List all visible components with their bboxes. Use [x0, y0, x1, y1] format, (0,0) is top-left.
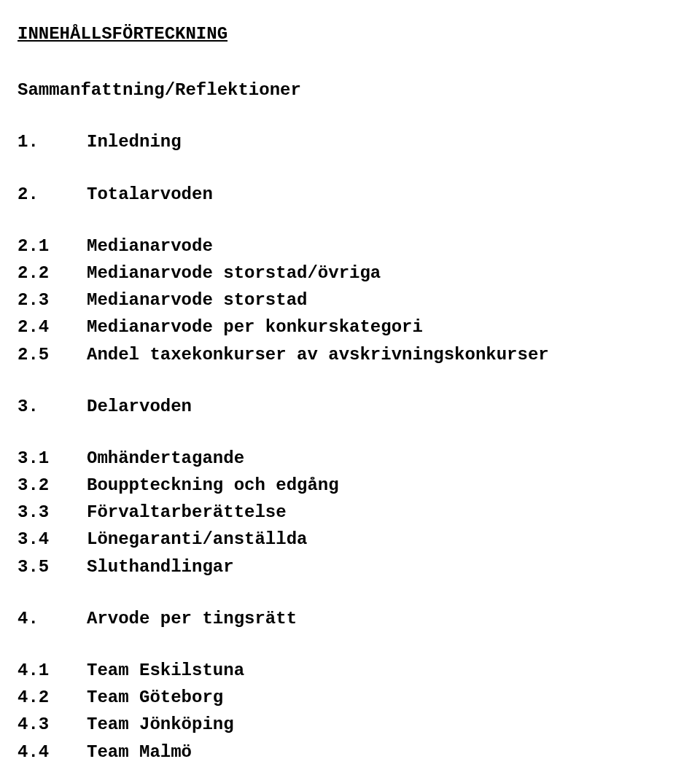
toc-row: 3.3Förvaltarberättelse — [18, 499, 685, 526]
toc-row: 4.4Team Malmö — [18, 739, 685, 766]
toc-number: 1. — [18, 128, 87, 155]
group-gap — [18, 580, 685, 605]
toc-text: Delarvoden — [87, 393, 192, 420]
page: INNEHÅLLSFÖRTECKNING Sammanfattning/Refl… — [0, 0, 700, 767]
table-of-contents: 1.Inledning2.Totalarvoden2.1Medianarvode… — [18, 104, 685, 767]
toc-row: 2.Totalarvoden — [18, 181, 685, 208]
toc-row: 1.Inledning — [18, 128, 685, 155]
toc-text: Omhändertagande — [87, 445, 244, 472]
toc-text: Lönegaranti/anställda — [87, 526, 307, 553]
subtitle: Sammanfattning/Reflektioner — [18, 77, 685, 104]
toc-text: Bouppteckning och edgång — [87, 472, 339, 499]
toc-number: 2.5 — [18, 341, 87, 368]
group-gap — [18, 208, 685, 233]
group-gap — [18, 156, 685, 181]
toc-number: 2.4 — [18, 314, 87, 340]
toc-number: 4.3 — [18, 711, 87, 738]
toc-text: Andel taxekonkurser av avskrivningskonku… — [87, 341, 549, 368]
toc-number: 3.2 — [18, 472, 87, 499]
toc-text: Team Jönköping — [87, 711, 234, 738]
toc-text: Medianarvode — [87, 233, 213, 260]
toc-text: Sluthandlingar — [87, 553, 234, 580]
group-gap — [18, 632, 685, 657]
toc-text: Förvaltarberättelse — [87, 499, 287, 526]
toc-number: 2. — [18, 181, 87, 208]
toc-row: 4.1Team Eskilstuna — [18, 657, 685, 684]
toc-row: 2.2Medianarvode storstad/övriga — [18, 260, 685, 287]
toc-text: Totalarvoden — [87, 181, 213, 208]
toc-number: 4. — [18, 605, 87, 632]
toc-row: 3.Delarvoden — [18, 393, 685, 420]
toc-row: 2.4Medianarvode per konkurskategori — [18, 314, 685, 340]
toc-row: 3.2Bouppteckning och edgång — [18, 472, 685, 499]
toc-number: 3.3 — [18, 499, 87, 526]
toc-number: 3. — [18, 393, 87, 420]
toc-text: Team Eskilstuna — [87, 657, 244, 684]
toc-row: 3.4Lönegaranti/anställda — [18, 526, 685, 553]
toc-number: 3.1 — [18, 445, 87, 472]
page-title: INNEHÅLLSFÖRTECKNING — [18, 20, 685, 47]
toc-number: 3.4 — [18, 526, 87, 553]
toc-text: Arvode per tingsrätt — [87, 605, 297, 632]
toc-number: 2.2 — [18, 260, 87, 287]
toc-row: 2.3Medianarvode storstad — [18, 287, 685, 314]
toc-row: 2.5Andel taxekonkurser av avskrivningsko… — [18, 341, 685, 368]
toc-text: Team Malmö — [87, 739, 192, 766]
toc-row: 2.1Medianarvode — [18, 233, 685, 260]
group-gap — [18, 420, 685, 445]
toc-text: Medianarvode per konkurskategori — [87, 314, 423, 340]
toc-number: 3.5 — [18, 553, 87, 580]
toc-number: 2.3 — [18, 287, 87, 314]
toc-number: 2.1 — [18, 233, 87, 260]
toc-row: 3.5Sluthandlingar — [18, 553, 685, 580]
toc-text: Medianarvode storstad — [87, 287, 307, 314]
group-gap — [18, 368, 685, 393]
toc-number: 4.1 — [18, 657, 87, 684]
toc-row: 4.Arvode per tingsrätt — [18, 605, 685, 632]
toc-number: 4.4 — [18, 739, 87, 766]
toc-number: 4.2 — [18, 684, 87, 711]
toc-row: 4.3Team Jönköping — [18, 711, 685, 738]
toc-text: Medianarvode storstad/övriga — [87, 260, 381, 287]
toc-row: 3.1Omhändertagande — [18, 445, 685, 472]
toc-row: 4.2Team Göteborg — [18, 684, 685, 711]
toc-text: Team Göteborg — [87, 684, 223, 711]
group-gap — [18, 104, 685, 128]
toc-text: Inledning — [87, 128, 182, 155]
